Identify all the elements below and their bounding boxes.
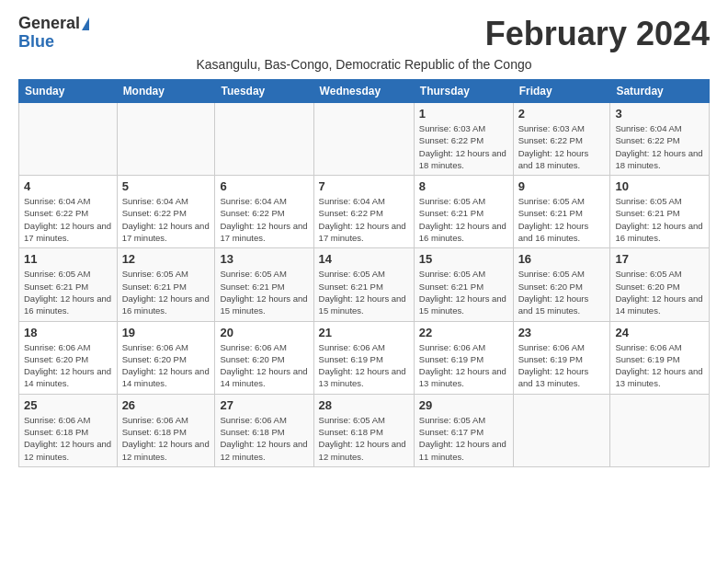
day-info: Sunrise: 6:03 AM Sunset: 6:22 PM Dayligh…	[518, 122, 606, 171]
day-number: 1	[419, 107, 508, 121]
table-row: 2Sunrise: 6:03 AM Sunset: 6:22 PM Daylig…	[513, 103, 610, 176]
header-tuesday: Tuesday	[215, 80, 313, 103]
header-monday: Monday	[117, 80, 215, 103]
day-info: Sunrise: 6:04 AM Sunset: 6:22 PM Dayligh…	[122, 195, 210, 244]
table-row: 16Sunrise: 6:05 AM Sunset: 6:20 PM Dayli…	[513, 248, 610, 321]
day-info: Sunrise: 6:05 AM Sunset: 6:21 PM Dayligh…	[24, 268, 112, 316]
day-number: 16	[518, 252, 606, 266]
day-info: Sunrise: 6:03 AM Sunset: 6:22 PM Dayligh…	[419, 122, 508, 171]
table-row: 21Sunrise: 6:06 AM Sunset: 6:19 PM Dayli…	[313, 321, 414, 394]
day-number: 8	[419, 179, 508, 193]
table-row: 28Sunrise: 6:05 AM Sunset: 6:18 PM Dayli…	[313, 394, 414, 466]
table-row: 20Sunrise: 6:06 AM Sunset: 6:20 PM Dayli…	[215, 321, 313, 394]
table-row: 3Sunrise: 6:04 AM Sunset: 6:22 PM Daylig…	[610, 103, 710, 176]
logo-general: General	[18, 15, 80, 33]
day-number: 15	[419, 252, 508, 266]
table-row: 24Sunrise: 6:06 AM Sunset: 6:19 PM Dayli…	[610, 321, 710, 394]
calendar-header: Sunday Monday Tuesday Wednesday Thursday…	[19, 80, 710, 103]
day-info: Sunrise: 6:05 AM Sunset: 6:21 PM Dayligh…	[518, 195, 606, 244]
day-number: 22	[419, 326, 508, 339]
table-row: 12Sunrise: 6:05 AM Sunset: 6:21 PM Dayli…	[117, 248, 215, 321]
table-row: 29Sunrise: 6:05 AM Sunset: 6:17 PM Dayli…	[414, 394, 513, 466]
header-saturday: Saturday	[610, 80, 710, 103]
header-sunday: Sunday	[19, 80, 118, 103]
table-row: 8Sunrise: 6:05 AM Sunset: 6:21 PM Daylig…	[414, 176, 513, 248]
day-number: 10	[615, 179, 704, 193]
day-number: 24	[615, 326, 704, 339]
day-info: Sunrise: 6:05 AM Sunset: 6:21 PM Dayligh…	[615, 195, 704, 244]
table-row: 9Sunrise: 6:05 AM Sunset: 6:21 PM Daylig…	[513, 176, 610, 248]
day-info: Sunrise: 6:06 AM Sunset: 6:18 PM Dayligh…	[122, 414, 210, 463]
calendar-week-1: 1Sunrise: 6:03 AM Sunset: 6:22 PM Daylig…	[19, 103, 710, 176]
table-row: 27Sunrise: 6:06 AM Sunset: 6:18 PM Dayli…	[215, 394, 313, 466]
calendar-table: Sunday Monday Tuesday Wednesday Thursday…	[18, 79, 710, 467]
day-info: Sunrise: 6:05 AM Sunset: 6:21 PM Dayligh…	[419, 195, 508, 244]
table-row: 22Sunrise: 6:06 AM Sunset: 6:19 PM Dayli…	[414, 321, 513, 394]
table-row: 26Sunrise: 6:06 AM Sunset: 6:18 PM Dayli…	[117, 394, 215, 466]
table-row: 7Sunrise: 6:04 AM Sunset: 6:22 PM Daylig…	[313, 176, 414, 248]
day-number: 29	[419, 398, 508, 412]
table-row: 14Sunrise: 6:05 AM Sunset: 6:21 PM Dayli…	[313, 248, 414, 321]
day-info: Sunrise: 6:04 AM Sunset: 6:22 PM Dayligh…	[220, 195, 308, 244]
logo: General Blue	[18, 15, 89, 52]
table-row: 18Sunrise: 6:06 AM Sunset: 6:20 PM Dayli…	[19, 321, 118, 394]
day-number: 13	[220, 252, 308, 266]
day-info: Sunrise: 6:05 AM Sunset: 6:21 PM Dayligh…	[122, 268, 210, 316]
day-info: Sunrise: 6:06 AM Sunset: 6:20 PM Dayligh…	[24, 341, 112, 390]
header: General Blue February 2024	[18, 15, 710, 53]
calendar-week-5: 25Sunrise: 6:06 AM Sunset: 6:18 PM Dayli…	[19, 394, 710, 466]
day-info: Sunrise: 6:05 AM Sunset: 6:21 PM Dayligh…	[419, 268, 508, 316]
day-number: 17	[615, 252, 704, 266]
day-number: 27	[220, 398, 308, 412]
table-row: 19Sunrise: 6:06 AM Sunset: 6:20 PM Dayli…	[117, 321, 215, 394]
day-info: Sunrise: 6:05 AM Sunset: 6:20 PM Dayligh…	[615, 268, 704, 316]
day-info: Sunrise: 6:06 AM Sunset: 6:20 PM Dayligh…	[220, 341, 308, 390]
day-number: 19	[122, 326, 210, 339]
table-row: 17Sunrise: 6:05 AM Sunset: 6:20 PM Dayli…	[610, 248, 710, 321]
table-row: 5Sunrise: 6:04 AM Sunset: 6:22 PM Daylig…	[117, 176, 215, 248]
day-info: Sunrise: 6:06 AM Sunset: 6:19 PM Dayligh…	[419, 341, 508, 390]
table-row: 23Sunrise: 6:06 AM Sunset: 6:19 PM Dayli…	[513, 321, 610, 394]
table-row: 11Sunrise: 6:05 AM Sunset: 6:21 PM Dayli…	[19, 248, 118, 321]
table-row: 10Sunrise: 6:05 AM Sunset: 6:21 PM Dayli…	[610, 176, 710, 248]
table-row	[19, 103, 118, 176]
table-row: 13Sunrise: 6:05 AM Sunset: 6:21 PM Dayli…	[215, 248, 313, 321]
subtitle: Kasangulu, Bas-Congo, Democratic Republi…	[18, 57, 710, 72]
table-row: 6Sunrise: 6:04 AM Sunset: 6:22 PM Daylig…	[215, 176, 313, 248]
table-row	[313, 103, 414, 176]
day-number: 18	[24, 326, 112, 339]
header-row: Sunday Monday Tuesday Wednesday Thursday…	[19, 80, 710, 103]
day-info: Sunrise: 6:05 AM Sunset: 6:21 PM Dayligh…	[319, 268, 409, 316]
day-number: 9	[518, 179, 606, 193]
day-info: Sunrise: 6:06 AM Sunset: 6:19 PM Dayligh…	[615, 341, 704, 390]
calendar-week-3: 11Sunrise: 6:05 AM Sunset: 6:21 PM Dayli…	[19, 248, 710, 321]
day-number: 28	[319, 398, 409, 412]
header-wednesday: Wednesday	[313, 80, 414, 103]
day-number: 5	[122, 179, 210, 193]
day-number: 7	[319, 179, 409, 193]
day-info: Sunrise: 6:05 AM Sunset: 6:17 PM Dayligh…	[419, 414, 508, 463]
table-row	[513, 394, 610, 466]
day-info: Sunrise: 6:04 AM Sunset: 6:22 PM Dayligh…	[615, 122, 704, 171]
calendar-week-4: 18Sunrise: 6:06 AM Sunset: 6:20 PM Dayli…	[19, 321, 710, 394]
day-info: Sunrise: 6:04 AM Sunset: 6:22 PM Dayligh…	[319, 195, 409, 244]
day-number: 20	[220, 326, 308, 339]
day-number: 12	[122, 252, 210, 266]
header-friday: Friday	[513, 80, 610, 103]
logo-blue: Blue	[18, 33, 54, 52]
day-number: 3	[615, 107, 704, 121]
day-info: Sunrise: 6:05 AM Sunset: 6:20 PM Dayligh…	[518, 268, 606, 316]
table-row	[215, 103, 313, 176]
calendar-body: 1Sunrise: 6:03 AM Sunset: 6:22 PM Daylig…	[19, 103, 710, 467]
day-info: Sunrise: 6:04 AM Sunset: 6:22 PM Dayligh…	[24, 195, 112, 244]
day-info: Sunrise: 6:06 AM Sunset: 6:18 PM Dayligh…	[220, 414, 308, 463]
table-row: 1Sunrise: 6:03 AM Sunset: 6:22 PM Daylig…	[414, 103, 513, 176]
day-info: Sunrise: 6:06 AM Sunset: 6:18 PM Dayligh…	[24, 414, 112, 463]
day-info: Sunrise: 6:05 AM Sunset: 6:21 PM Dayligh…	[220, 268, 308, 316]
table-row: 25Sunrise: 6:06 AM Sunset: 6:18 PM Dayli…	[19, 394, 118, 466]
calendar-week-2: 4Sunrise: 6:04 AM Sunset: 6:22 PM Daylig…	[19, 176, 710, 248]
month-title: February 2024	[485, 15, 710, 53]
logo-triangle-icon	[82, 17, 89, 30]
day-number: 25	[24, 398, 112, 412]
day-number: 2	[518, 107, 606, 121]
